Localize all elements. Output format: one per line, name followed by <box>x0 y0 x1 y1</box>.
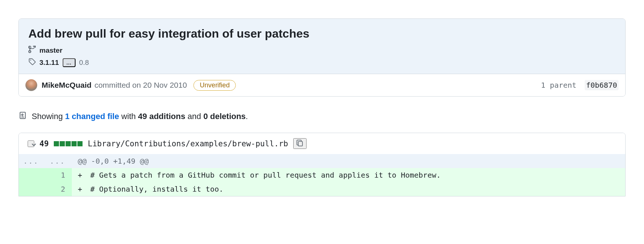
tag-last-link[interactable]: 0.8 <box>79 59 89 67</box>
hunk-text: @@ -0,0 +1,49 @@ <box>72 154 625 168</box>
git-branch-icon <box>28 46 36 55</box>
ln-old[interactable] <box>19 182 45 196</box>
file-diff-icon <box>19 111 27 122</box>
parent-label: 1 parent <box>541 81 576 90</box>
summary-mid1: with <box>121 112 136 121</box>
parent-sha-link[interactable]: f0b6870 <box>585 80 619 90</box>
summary-prefix: Showing <box>32 112 63 121</box>
code-text: # Optionally, installs it too. <box>86 185 223 194</box>
author-link[interactable]: MikeMcQuaid <box>42 81 91 90</box>
diff-table: ... ... @@ -0,0 +1,49 @@ 1 + # Gets a pa… <box>19 154 625 196</box>
diff-line: 1 + # Gets a patch from a GitHub commit … <box>19 168 625 182</box>
tag-first-link[interactable]: 3.1.11 <box>39 59 59 67</box>
diff-sign: + <box>78 184 86 195</box>
ln-new[interactable]: 1 <box>45 168 72 182</box>
hunk-ln-new: ... <box>45 154 72 168</box>
avatar[interactable] <box>25 79 37 91</box>
summary-mid2: and <box>188 112 201 121</box>
code-text: # Gets a patch from a GitHub commit or p… <box>86 171 441 179</box>
file-change-count: 49 <box>39 139 49 148</box>
tag-expand-button[interactable]: … <box>63 58 76 67</box>
code-cell: + # Gets a patch from a GitHub commit or… <box>72 168 625 182</box>
verification-badge[interactable]: Unverified <box>193 80 236 91</box>
ln-old[interactable] <box>19 168 45 182</box>
summary-suffix: . <box>246 112 248 121</box>
tag-icon <box>28 58 36 67</box>
ln-new[interactable]: 2 <box>45 182 72 196</box>
summary-additions: 49 additions <box>138 112 185 121</box>
copy-icon <box>296 139 304 147</box>
commit-title: Add brew pull for easy integration of us… <box>28 27 616 41</box>
chevron-down-icon <box>31 142 37 148</box>
parent-info: 1 parent f0b6870 <box>541 81 619 90</box>
commit-meta-bar: MikeMcQuaid committed on 20 Nov 2010 Unv… <box>19 74 625 96</box>
tag-row: 3.1.11 … 0.8 <box>28 58 616 67</box>
diff-line: 2 + # Optionally, installs it too. <box>19 182 625 196</box>
file-diff-box: 49 Library/Contributions/examples/brew-p… <box>18 133 626 196</box>
commit-box: Add brew pull for easy integration of us… <box>18 18 626 97</box>
hunk-header-row[interactable]: ... ... @@ -0,0 +1,49 @@ <box>19 154 625 168</box>
commit-action-text: committed on 20 Nov 2010 <box>94 81 187 90</box>
branch-link[interactable]: master <box>39 46 62 55</box>
file-path-link[interactable]: Library/Contributions/examples/brew-pull… <box>88 139 288 148</box>
code-cell: + # Optionally, installs it too. <box>72 182 625 196</box>
changed-files-link[interactable]: 1 changed file <box>65 112 119 121</box>
diff-stat-squares <box>54 141 83 146</box>
branch-row: master <box>28 46 616 55</box>
file-header: 49 Library/Contributions/examples/brew-p… <box>19 133 625 154</box>
commit-header: Add brew pull for easy integration of us… <box>19 19 625 74</box>
diff-summary: Showing 1 changed file with 49 additions… <box>19 111 626 122</box>
hunk-ln-old: ... <box>19 154 45 168</box>
svg-rect-0 <box>298 142 302 146</box>
copy-path-button[interactable] <box>293 138 307 149</box>
collapse-file-button[interactable] <box>28 140 34 147</box>
diff-sign: + <box>78 170 86 181</box>
summary-deletions: 0 deletions <box>203 112 246 121</box>
